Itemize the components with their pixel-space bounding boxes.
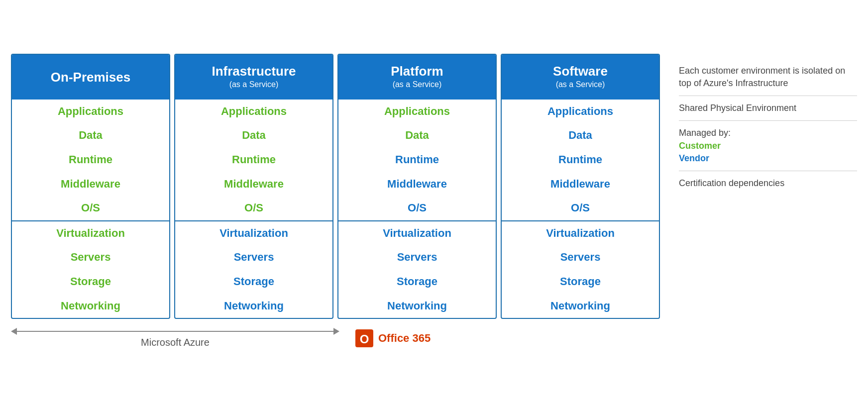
top-item-2-saas: Runtime xyxy=(502,148,659,172)
bottom-bar: Microsoft Azure O Office 365 xyxy=(11,328,857,348)
bottom-item-1-paas: Servers xyxy=(338,245,496,270)
bottom-item-3-paas: Networking xyxy=(338,294,496,318)
column-subtitle-paas: (as a Service) xyxy=(393,80,442,90)
top-item-3-paas: Middleware xyxy=(338,172,496,197)
azure-arrow-area: Microsoft Azure xyxy=(11,328,339,348)
top-item-4-iaas: O/S xyxy=(175,196,332,220)
sidebar-isolation: Each customer environment is isolated on… xyxy=(679,59,857,96)
top-item-3-saas: Middleware xyxy=(502,172,659,197)
bottom-item-1-on-premises: Servers xyxy=(12,245,169,270)
sidebar: Each customer environment is isolated on… xyxy=(664,54,857,196)
sidebar-managed: Managed by: Customer Vendor xyxy=(679,121,857,171)
columns-area: On-PremisesApplicationsDataRuntimeMiddle… xyxy=(11,54,664,319)
column-title-saas: Software xyxy=(553,64,608,79)
office365-area: O Office 365 xyxy=(354,328,431,348)
sidebar-certification: Certification dependencies xyxy=(679,171,857,196)
column-header-saas: Software(as a Service) xyxy=(502,55,659,100)
arrow-line xyxy=(17,331,333,332)
top-item-4-paas: O/S xyxy=(338,196,496,220)
bottom-item-2-saas: Storage xyxy=(502,270,659,294)
bottom-item-3-iaas: Networking xyxy=(175,294,332,318)
office365-badge: O Office 365 xyxy=(354,328,431,348)
bottom-section-saas: VirtualizationServersStorageNetworking xyxy=(502,221,659,318)
svg-text:O: O xyxy=(360,332,369,346)
top-item-0-on-premises: Applications xyxy=(12,100,169,124)
vendor-text: Vendor xyxy=(679,152,857,165)
column-header-paas: Platform(as a Service) xyxy=(338,55,496,100)
arrow-right xyxy=(333,328,339,335)
top-item-2-iaas: Runtime xyxy=(175,148,332,172)
azure-label: Microsoft Azure xyxy=(141,337,210,348)
top-item-0-paas: Applications xyxy=(338,100,496,124)
column-header-iaas: Infrastructure(as a Service) xyxy=(175,55,332,100)
column-header-on-premises: On-Premises xyxy=(12,55,169,100)
top-item-1-paas: Data xyxy=(338,123,496,148)
bottom-section-on-premises: VirtualizationServersStorageNetworking xyxy=(12,221,169,318)
azure-arrow xyxy=(11,328,339,335)
managed-label: Managed by: xyxy=(679,127,857,139)
column-title-on-premises: On-Premises xyxy=(51,70,130,85)
top-item-1-iaas: Data xyxy=(175,123,332,148)
column-subtitle-iaas: (as a Service) xyxy=(229,80,279,90)
top-section-paas: ApplicationsDataRuntimeMiddlewareO/S xyxy=(338,100,496,221)
bottom-item-2-paas: Storage xyxy=(338,270,496,294)
column-iaas: Infrastructure(as a Service)Applications… xyxy=(174,54,333,319)
customer-text: Customer xyxy=(679,140,857,152)
main-content: On-PremisesApplicationsDataRuntimeMiddle… xyxy=(11,54,857,319)
office365-label: Office 365 xyxy=(378,332,431,345)
column-on-premises: On-PremisesApplicationsDataRuntimeMiddle… xyxy=(11,54,170,319)
top-item-2-on-premises: Runtime xyxy=(12,148,169,172)
top-section-on-premises: ApplicationsDataRuntimeMiddlewareO/S xyxy=(12,100,169,221)
bottom-item-0-on-premises: Virtualization xyxy=(12,221,169,246)
column-paas: Platform(as a Service)ApplicationsDataRu… xyxy=(337,54,497,319)
top-item-3-on-premises: Middleware xyxy=(12,172,169,197)
bottom-section-paas: VirtualizationServersStorageNetworking xyxy=(338,221,496,318)
column-subtitle-saas: (as a Service) xyxy=(556,80,605,90)
sidebar-shared: Shared Physical Environment xyxy=(679,96,857,121)
bottom-item-0-iaas: Virtualization xyxy=(175,221,332,246)
bottom-item-1-iaas: Servers xyxy=(175,245,332,270)
bottom-item-1-saas: Servers xyxy=(502,245,659,270)
bottom-item-0-saas: Virtualization xyxy=(502,221,659,246)
top-item-3-iaas: Middleware xyxy=(175,172,332,197)
bottom-item-0-paas: Virtualization xyxy=(338,221,496,246)
top-section-saas: ApplicationsDataRuntimeMiddlewareO/S xyxy=(502,100,659,221)
bottom-section-iaas: VirtualizationServersStorageNetworking xyxy=(175,221,332,318)
bottom-item-2-iaas: Storage xyxy=(175,270,332,294)
column-saas: Software(as a Service)ApplicationsDataRu… xyxy=(501,54,660,319)
office365-icon: O xyxy=(354,328,374,348)
top-item-4-saas: O/S xyxy=(502,196,659,220)
top-item-0-saas: Applications xyxy=(502,100,659,124)
top-item-4-on-premises: O/S xyxy=(12,196,169,220)
arrow-left xyxy=(11,328,17,335)
top-item-0-iaas: Applications xyxy=(175,100,332,124)
bottom-item-3-saas: Networking xyxy=(502,294,659,318)
column-title-paas: Platform xyxy=(391,64,443,79)
bottom-item-2-on-premises: Storage xyxy=(12,270,169,294)
column-title-iaas: Infrastructure xyxy=(212,64,296,79)
top-item-1-on-premises: Data xyxy=(12,123,169,148)
top-section-iaas: ApplicationsDataRuntimeMiddlewareO/S xyxy=(175,100,332,221)
bottom-item-3-on-premises: Networking xyxy=(12,294,169,318)
top-item-1-saas: Data xyxy=(502,123,659,148)
top-item-2-paas: Runtime xyxy=(338,148,496,172)
page-container: On-PremisesApplicationsDataRuntimeMiddle… xyxy=(11,54,857,348)
